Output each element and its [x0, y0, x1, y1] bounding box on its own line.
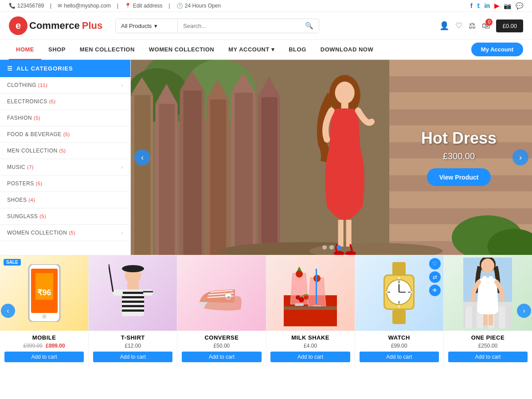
product-onepiece-image: [444, 255, 532, 331]
product-onepiece-price: £250.00: [444, 343, 532, 349]
svg-rect-59: [122, 305, 144, 307]
chevron-right-icon: ›: [121, 82, 123, 88]
logo[interactable]: e Commerce Plus: [9, 16, 106, 35]
onepiece-add-to-cart-button[interactable]: Add to cart: [448, 352, 528, 362]
svg-point-38: [335, 82, 355, 104]
top-bar: 📞 123456789 | ✉ hello@myshop.com | 📍 Edi…: [0, 0, 532, 12]
nav-blog[interactable]: BLOG: [282, 40, 313, 59]
products-row: SALE ₹96 MOBILE £999.00 £899.00 Add to c…: [0, 255, 532, 367]
svg-rect-41: [346, 220, 352, 246]
compare-icon[interactable]: ⚖: [469, 21, 476, 31]
youtube-link[interactable]: ▶: [494, 2, 499, 9]
user-icon-symbol: 👤: [439, 21, 449, 30]
svg-rect-57: [122, 296, 144, 298]
view-product-button[interactable]: View Product: [427, 168, 491, 186]
svg-rect-71: [295, 303, 304, 306]
nav-download-now[interactable]: DOWNLOAD NOW: [313, 40, 380, 59]
svg-rect-94: [392, 310, 406, 324]
main-nav: HOME SHOP MEN COLLECTION WOMEN COLLECTIO…: [0, 40, 532, 60]
nav-home[interactable]: HOME: [9, 40, 41, 60]
hours-info: 🕐 24 Hours Open: [176, 3, 221, 9]
svg-rect-106: [483, 314, 488, 325]
hero-slider: Hot Dress £300.00 View Product ‹ ›: [131, 60, 532, 255]
sidebar-item-posters[interactable]: POSTERS (5): [0, 176, 130, 192]
cart-amount[interactable]: £0.00: [496, 20, 523, 32]
drink-svg: [284, 260, 337, 326]
product-watch: ♡ ⇄ 👁: [355, 255, 444, 367]
tshirt-add-to-cart-button[interactable]: Add to cart: [93, 352, 172, 362]
nav-women-collection[interactable]: WOMEN COLLECTION: [142, 40, 221, 59]
svg-rect-79: [284, 306, 337, 310]
product-converse-price: £50.00: [177, 343, 266, 349]
sidebar-item-clothing[interactable]: CLOTHING (11) ›: [0, 77, 130, 94]
social-links: f 𝕥 in ▶ 📷 💬: [470, 2, 523, 9]
search-button[interactable]: 🔍: [300, 19, 319, 33]
search-input[interactable]: [178, 19, 300, 33]
sidebar-item-shoes[interactable]: SHOES (4): [0, 192, 130, 208]
watch-add-to-cart-button[interactable]: Add to cart: [360, 352, 439, 362]
category-dropdown[interactable]: All Products ▾: [116, 19, 178, 33]
milkshake-add-to-cart-button[interactable]: Add to cart: [270, 352, 350, 362]
nav-my-account[interactable]: MY ACCOUNT ▾: [221, 40, 282, 59]
watch-quickview-icon[interactable]: 👁: [429, 285, 441, 296]
slider-dot-1[interactable]: [322, 245, 327, 250]
svg-rect-80: [392, 262, 406, 275]
sidebar-item-food-beverage[interactable]: FOOD & BEVERAGE (5): [0, 126, 130, 143]
mobile-add-to-cart-button[interactable]: Add to cart: [4, 352, 84, 362]
cart-icon[interactable]: 🛍 0: [482, 21, 490, 31]
nav-men-collection[interactable]: MEN COLLECTION: [73, 40, 142, 59]
sidebar-item-women-collection[interactable]: WOMEN COLLECTION (5) ›: [0, 225, 130, 241]
products-section: ‹ SALE ₹96 MOBILE £999.00 £899.00 Add to…: [0, 255, 532, 367]
product-onepiece-name: ONE PIECE: [444, 331, 532, 343]
svg-rect-25: [389, 92, 532, 110]
logo-circle: e: [9, 16, 27, 35]
email-info: ✉ hello@myshop.com: [58, 3, 111, 9]
product-converse: ★ CONVERSE £50.00 Add to cart: [177, 255, 266, 367]
wishlist-icon[interactable]: ♡: [455, 21, 462, 31]
sidebar-item-fashion[interactable]: FASHION (5): [0, 110, 130, 126]
whatsapp-link[interactable]: 💬: [516, 2, 523, 9]
linkedin-link[interactable]: in: [485, 2, 490, 9]
slider-dots: [322, 245, 341, 250]
nav-shop[interactable]: SHOP: [41, 40, 73, 59]
separator1: |: [50, 3, 51, 9]
product-tshirt-price: £12.00: [89, 343, 177, 349]
slider-next-button[interactable]: ›: [512, 149, 528, 165]
scale-icon: ⚖: [469, 21, 476, 30]
svg-rect-107: [489, 314, 493, 325]
sidebar-item-music[interactable]: MUSIC (7) ›: [0, 159, 130, 176]
svg-line-63: [109, 264, 113, 292]
sidebar: ☰ ALL CATEGORIES CLOTHING (11) › ELECTRO…: [0, 60, 131, 255]
slider-dot-2[interactable]: [329, 245, 334, 250]
svg-rect-23: [389, 60, 532, 77]
product-mobile-price: £999.00 £899.00: [0, 343, 88, 349]
svg-rect-52: [127, 283, 139, 289]
header: e Commerce Plus All Products ▾ 🔍 👤 ♡ ⚖ 🛍…: [0, 12, 532, 40]
location-icon: 📍: [125, 3, 131, 9]
sidebar-header: ☰ ALL CATEGORIES: [0, 60, 130, 77]
category-label: All Products: [121, 23, 152, 29]
chevron-down-icon: ▾: [154, 23, 157, 29]
slider-dot-3[interactable]: [336, 245, 341, 250]
product-converse-name: CONVERSE: [177, 331, 266, 343]
my-account-button[interactable]: My Account: [471, 43, 523, 56]
svg-rect-56: [122, 292, 144, 294]
sidebar-item-men-collection[interactable]: MEN COLLECTION (5): [0, 143, 130, 159]
twitter-link[interactable]: 𝕥: [477, 2, 480, 9]
slider-price: £300.00: [421, 151, 497, 161]
svg-rect-105: [489, 276, 493, 285]
converse-add-to-cart-button[interactable]: Add to cart: [182, 352, 261, 362]
svg-rect-5: [134, 95, 150, 255]
product-tshirt-name: T-SHIRT: [89, 331, 177, 343]
watch-wishlist-icon[interactable]: ♡: [429, 258, 441, 270]
products-next-button[interactable]: ›: [517, 304, 531, 318]
facebook-link[interactable]: f: [470, 2, 473, 9]
instagram-link[interactable]: 📷: [504, 2, 511, 9]
sidebar-item-sunglass[interactable]: SUNGLASS (5): [0, 208, 130, 225]
sidebar-item-electronics[interactable]: ELECTRONICS (5): [0, 94, 130, 110]
user-icon[interactable]: 👤: [439, 21, 449, 31]
heart-icon: ♡: [455, 21, 462, 30]
slider-prev-button[interactable]: ‹: [134, 149, 150, 165]
watch-compare-icon[interactable]: ⇄: [429, 271, 441, 283]
products-prev-button[interactable]: ‹: [1, 304, 15, 318]
